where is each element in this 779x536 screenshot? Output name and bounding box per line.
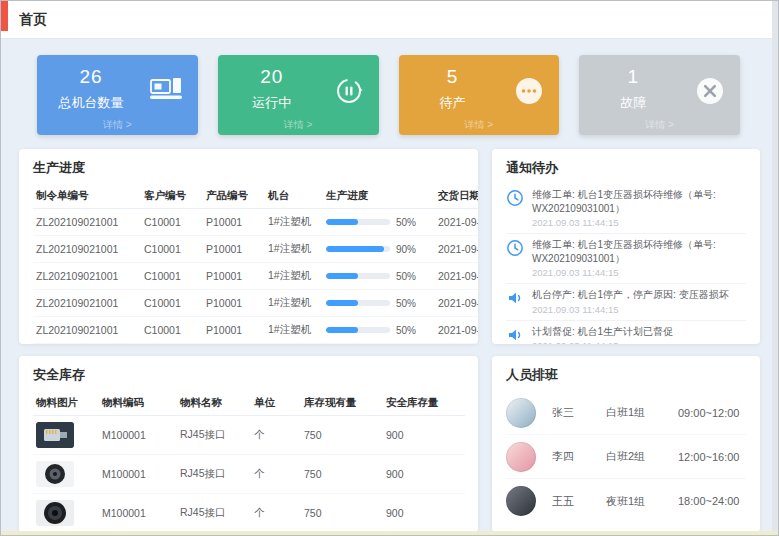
notification-item[interactable]: 机台停产: 机台1停产，停产原因: 变压器损坏 2021.09.03 11:44… [506, 284, 746, 321]
delivery-date: 2021-09-10 [435, 209, 478, 236]
notification-time: 2021.09.03 11:44:15 [532, 217, 746, 228]
coil-component-photo [36, 461, 74, 487]
product-no: P10001 [203, 209, 265, 236]
progress-bar [326, 327, 390, 333]
material-code: M100001 [99, 494, 177, 533]
detail-link[interactable]: 详情 > [37, 118, 198, 132]
staff-time: 09:00~12:00 [678, 407, 739, 419]
progress-cell: 50% [323, 263, 435, 290]
table-row: ZL202109021001 C10001 P10001 1#注塑机 50% 2… [33, 317, 478, 344]
staff-shift: 夜班1组 [606, 494, 678, 509]
speaker-icon [506, 288, 524, 315]
table-row: M100001 RJ45接口 个 750 900 [33, 494, 465, 533]
clock-icon [506, 238, 524, 278]
progress-bar-fill [326, 219, 358, 225]
column-header: 安全库存量 [383, 391, 465, 416]
staff-name: 李四 [552, 449, 606, 464]
panel-title: 生产进度 [33, 159, 464, 177]
notification-item[interactable]: 维修工单: 机台1变压器损坏待维修（单号: WX202109031001） 20… [506, 184, 746, 234]
inventory-table: 物料图片 物料编码 物料名称 单位 库存现有量 安全库存量 [33, 391, 465, 532]
staff-schedule-panel: 人员排班 张三 白班1组 09:00~12:00 李四 白班2组 12:00~1… [492, 356, 760, 532]
avatar [506, 398, 536, 428]
progress-cell: 90% [323, 236, 435, 263]
material-unit: 个 [251, 455, 301, 494]
stock-safety: 900 [383, 494, 465, 533]
machine: 1#注塑机 [265, 209, 323, 236]
detail-link[interactable]: 详情 > [579, 118, 740, 132]
notifications-panel: 通知待办 维修工单: 机台1变压器损坏待维修（单号: WX20210903100… [492, 149, 760, 344]
machine: 1#注塑机 [265, 236, 323, 263]
progress-label: 50% [396, 325, 416, 336]
material-name: RJ45接口 [177, 455, 251, 494]
stock-current: 750 [301, 455, 383, 494]
stat-card-waiting[interactable]: 5 待产 详情 > [399, 55, 560, 135]
stat-label: 总机台数量 [37, 94, 145, 112]
notification-body: 维修工单: 机台1变压器损坏待维修（单号: WX202109031001） 20… [532, 238, 746, 278]
tools-icon [696, 77, 724, 109]
stock-current: 750 [301, 416, 383, 455]
rj45-connector-photo [36, 422, 74, 448]
staff-shift: 白班2组 [606, 449, 678, 464]
stat-cards-row: 26 总机台数量 详情 > 20 运行中 详情 > [37, 55, 740, 135]
product-no: P10001 [203, 290, 265, 317]
stat-value: 20 [218, 66, 326, 88]
notification-body: 维修工单: 机台1变压器损坏待维修（单号: WX202109031001） 20… [532, 188, 746, 228]
clock-icon [506, 188, 524, 228]
customer-no: C10001 [141, 209, 203, 236]
notification-body: 机台停产: 机台1停产，停产原因: 变压器损坏 2021.09.03 11:44… [532, 288, 729, 315]
customer-no: C10001 [141, 290, 203, 317]
column-header: 产品编号 [203, 184, 265, 209]
stat-card-text: 26 总机台数量 [37, 55, 145, 112]
speaker-icon [506, 325, 524, 345]
staff-shift: 白班1组 [606, 405, 678, 420]
delivery-date: 2021-09-10 [435, 236, 478, 263]
progress-cell: 50% [323, 290, 435, 317]
stat-card-text: 20 运行中 [218, 55, 326, 112]
material-photo-cell [33, 494, 99, 533]
notification-text: 维修工单: 机台1变压器损坏待维修（单号: WX202109031001） [532, 238, 746, 265]
column-header: 单位 [251, 391, 301, 416]
stat-card-fault[interactable]: 1 故障 详情 > [579, 55, 740, 135]
material-photo-cell [33, 455, 99, 494]
progress-bar-fill [326, 300, 358, 306]
stock-safety: 900 [383, 416, 465, 455]
production-progress-panel: 生产进度 制令单编号 客户编号 产品编号 机台 生产进度 交货日期 ZL2021… [19, 149, 478, 344]
right-scrollbar-track[interactable] [772, 1, 778, 535]
panel-title: 通知待办 [506, 159, 746, 177]
notification-body: 计划督促: 机台1生产计划已督促 2021.09.03 11:44:15 [532, 325, 673, 345]
column-header: 物料编码 [99, 391, 177, 416]
table-row: ZL202109021001 C10001 P10001 1#注塑机 50% 2… [33, 263, 478, 290]
topbar: 首页 [1, 1, 778, 39]
material-unit: 个 [251, 494, 301, 533]
stat-card-total-machines[interactable]: 26 总机台数量 详情 > [37, 55, 198, 135]
notification-item[interactable]: 维修工单: 机台1变压器损坏待维修（单号: WX202109031001） 20… [506, 234, 746, 284]
delivery-date: 2021-09-10 [435, 290, 478, 317]
production-table: 制令单编号 客户编号 产品编号 机台 生产进度 交货日期 ZL202109021… [33, 184, 478, 344]
detail-link[interactable]: 详情 > [218, 118, 379, 132]
stat-value: 5 [399, 66, 507, 88]
panel-title: 人员排班 [506, 366, 746, 384]
staff-time: 12:00~16:00 [678, 451, 739, 463]
product-no: P10001 [203, 317, 265, 344]
column-header: 交货日期 [435, 184, 478, 209]
stat-value: 26 [37, 66, 145, 88]
stock-current: 750 [301, 494, 383, 533]
material-name: RJ45接口 [177, 416, 251, 455]
table-row: M100001 RJ45接口 个 750 900 [33, 416, 465, 455]
notification-item[interactable]: 计划督促: 机台1生产计划已督促 2021.09.03 11:44:15 [506, 321, 746, 345]
bottom-edge-strip [1, 531, 778, 535]
stat-card-running[interactable]: 20 运行中 详情 > [218, 55, 379, 135]
stat-card-text: 1 故障 [579, 55, 687, 112]
column-header: 制令单编号 [33, 184, 141, 209]
machine: 1#注塑机 [265, 263, 323, 290]
column-header: 物料名称 [177, 391, 251, 416]
machine-icon [150, 77, 182, 105]
material-code: M100001 [99, 455, 177, 494]
customer-no: C10001 [141, 263, 203, 290]
progress-bar [326, 300, 390, 306]
ellipsis-icon [515, 77, 543, 109]
detail-link[interactable]: 详情 > [399, 118, 560, 132]
speaker-component-photo [36, 500, 74, 526]
progress-bar [326, 246, 390, 252]
order-no: ZL202109021001 [33, 236, 141, 263]
